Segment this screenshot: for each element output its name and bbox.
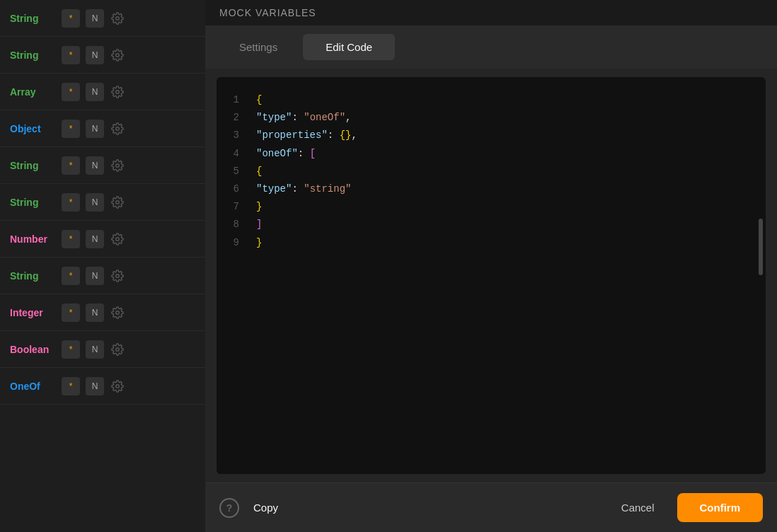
gear-icon[interactable] xyxy=(110,11,125,26)
star-badge[interactable]: * xyxy=(62,83,80,101)
gear-icon[interactable] xyxy=(110,47,125,63)
svg-point-0 xyxy=(116,16,120,20)
line-number: 7 xyxy=(231,198,239,216)
n-badge[interactable]: N xyxy=(86,340,104,359)
type-label: String xyxy=(10,50,56,61)
sidebar-row[interactable]: Array*N xyxy=(0,74,205,110)
line-number: 3 xyxy=(231,127,239,144)
main-panel: Mock Variables Settings Edit Code 123456… xyxy=(205,0,777,532)
code-line: } xyxy=(256,234,754,252)
code-line: "type": "string" xyxy=(256,180,754,198)
star-badge[interactable]: * xyxy=(62,9,80,28)
svg-point-3 xyxy=(116,127,120,130)
code-line: "oneOf": [ xyxy=(256,145,754,163)
code-editor: 123456789 { "type": "oneOf", "properties… xyxy=(217,77,766,474)
type-label: String xyxy=(10,13,56,24)
svg-point-8 xyxy=(116,311,120,314)
confirm-button[interactable]: Confirm xyxy=(677,493,764,522)
type-label: Array xyxy=(10,86,56,98)
sidebar-row[interactable]: String*N xyxy=(0,258,205,294)
code-line: ] xyxy=(256,216,754,233)
help-button[interactable]: ? xyxy=(219,498,239,518)
type-label: String xyxy=(10,160,56,171)
sidebar-row[interactable]: Boolean*N xyxy=(0,331,205,368)
n-badge[interactable]: N xyxy=(86,9,104,28)
sidebar-row[interactable]: Object*N xyxy=(0,110,205,147)
sidebar: String*N String*N Array*N Object*N Strin… xyxy=(0,0,205,532)
svg-point-7 xyxy=(116,274,120,277)
svg-point-1 xyxy=(116,53,120,57)
footer: ? Copy Cancel Confirm xyxy=(205,482,777,532)
code-line: "type": "oneOf", xyxy=(256,109,754,127)
gear-icon[interactable] xyxy=(110,231,125,247)
cancel-button[interactable]: Cancel xyxy=(607,496,669,519)
n-badge[interactable]: N xyxy=(86,377,104,395)
code-content[interactable]: { "type": "oneOf", "properties": {}, "on… xyxy=(251,77,766,474)
gear-icon[interactable] xyxy=(110,121,125,137)
tab-bar: Settings Edit Code xyxy=(205,25,777,69)
n-badge[interactable]: N xyxy=(86,303,104,322)
type-label: Integer xyxy=(10,307,56,318)
line-number: 6 xyxy=(231,180,239,198)
svg-point-5 xyxy=(116,200,120,204)
n-badge[interactable]: N xyxy=(86,193,104,212)
sidebar-row[interactable]: String*N xyxy=(0,184,205,221)
svg-point-2 xyxy=(116,90,120,93)
svg-point-10 xyxy=(116,384,120,388)
n-badge[interactable]: N xyxy=(86,156,104,175)
line-number: 1 xyxy=(231,91,239,109)
type-label: Object xyxy=(10,123,56,134)
star-badge[interactable]: * xyxy=(62,156,80,175)
gear-icon[interactable] xyxy=(110,342,125,357)
line-number: 5 xyxy=(231,163,239,180)
line-number: 9 xyxy=(231,234,239,252)
n-badge[interactable]: N xyxy=(86,267,104,285)
sidebar-row[interactable]: Integer*N xyxy=(0,294,205,331)
line-number: 4 xyxy=(231,145,239,163)
copy-button[interactable]: Copy xyxy=(248,499,284,516)
n-badge[interactable]: N xyxy=(86,230,104,248)
modal-header: Mock Variables xyxy=(205,0,777,25)
scroll-thumb[interactable] xyxy=(759,219,763,275)
tab-edit-code[interactable]: Edit Code xyxy=(303,34,395,60)
gear-icon[interactable] xyxy=(110,158,125,173)
type-label: Boolean xyxy=(10,344,56,355)
sidebar-row[interactable]: String*N xyxy=(0,37,205,74)
type-label: OneOf xyxy=(10,381,56,392)
svg-point-9 xyxy=(116,347,120,351)
type-label: String xyxy=(10,197,56,208)
svg-point-4 xyxy=(116,163,120,167)
type-label: Number xyxy=(10,233,56,245)
gear-icon[interactable] xyxy=(110,305,125,320)
gear-icon[interactable] xyxy=(110,84,125,100)
star-badge[interactable]: * xyxy=(62,303,80,322)
star-badge[interactable]: * xyxy=(62,267,80,285)
svg-point-6 xyxy=(116,237,120,241)
star-badge[interactable]: * xyxy=(62,230,80,248)
sidebar-row[interactable]: String*N xyxy=(0,147,205,184)
tab-settings[interactable]: Settings xyxy=(217,34,300,60)
gear-icon[interactable] xyxy=(110,268,125,284)
line-numbers: 123456789 xyxy=(217,77,251,474)
n-badge[interactable]: N xyxy=(86,120,104,138)
sidebar-row[interactable]: Number*N xyxy=(0,221,205,258)
gear-icon[interactable] xyxy=(110,378,125,394)
code-line: { xyxy=(256,91,754,109)
star-badge[interactable]: * xyxy=(62,193,80,212)
star-badge[interactable]: * xyxy=(62,377,80,395)
code-line: { xyxy=(256,163,754,180)
star-badge[interactable]: * xyxy=(62,46,80,64)
sidebar-row[interactable]: String*N xyxy=(0,0,205,37)
star-badge[interactable]: * xyxy=(62,120,80,138)
modal-title: Mock Variables xyxy=(219,7,316,18)
n-badge[interactable]: N xyxy=(86,83,104,101)
sidebar-row[interactable]: OneOf*N xyxy=(0,368,205,405)
code-line: } xyxy=(256,198,754,216)
gear-icon[interactable] xyxy=(110,195,125,210)
line-number: 8 xyxy=(231,216,239,233)
code-line: "properties": {}, xyxy=(256,127,754,144)
n-badge[interactable]: N xyxy=(86,46,104,64)
line-number: 2 xyxy=(231,109,239,127)
type-label: String xyxy=(10,270,56,282)
star-badge[interactable]: * xyxy=(62,340,80,359)
